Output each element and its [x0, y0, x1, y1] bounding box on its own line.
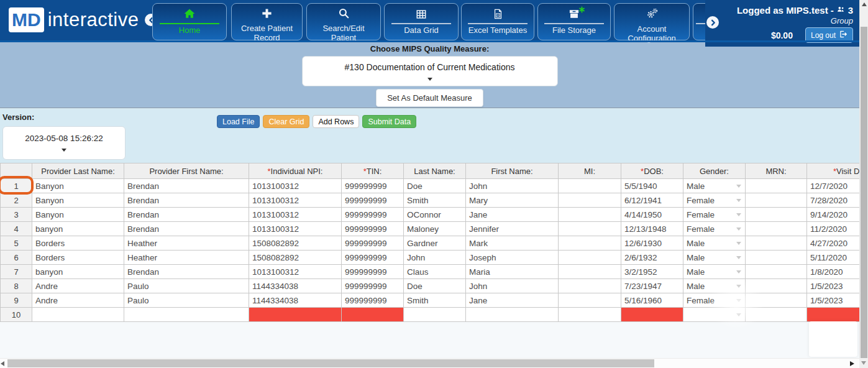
cell-npi[interactable]: 1013100312: [249, 222, 342, 236]
cell-provider_last[interactable]: Borders: [32, 236, 124, 251]
add-rows-button[interactable]: Add Rows: [313, 115, 359, 128]
measure-dropdown[interactable]: #130 Documentation of Current Medication…: [302, 56, 558, 86]
cell-gender[interactable]: Male: [683, 279, 746, 293]
cell-provider_last[interactable]: Andre: [32, 293, 124, 308]
cell-gender[interactable]: Male: [683, 236, 746, 251]
cell-provider_last[interactable]: banyon: [32, 222, 124, 236]
cell-mrn[interactable]: [746, 236, 807, 251]
cell-npi[interactable]: 1144334038: [249, 293, 342, 308]
cell-dropdown-caret-icon[interactable]: [736, 270, 741, 274]
cell-dropdown-caret-icon[interactable]: [736, 256, 741, 259]
cell-provider_first[interactable]: Paulo: [124, 279, 249, 293]
cell-provider_first[interactable]: Paulo: [124, 293, 249, 308]
cell-provider_first[interactable]: Brendan: [124, 222, 249, 236]
cell-last[interactable]: Claus: [404, 265, 466, 279]
cell-visit[interactable]: 7/28/2020: [807, 193, 860, 208]
cell-visit[interactable]: 4/27/2020: [807, 236, 860, 251]
cell-tin[interactable]: 999999999: [342, 179, 404, 193]
vertical-scrollbar[interactable]: [859, 0, 868, 358]
cell-provider_last[interactable]: Banyon: [32, 193, 124, 208]
cell-mrn[interactable]: [746, 251, 807, 265]
horizontal-scrollbar-thumb[interactable]: [7, 359, 654, 367]
cell-dropdown-caret-icon[interactable]: [736, 199, 741, 202]
nav-item-data-grid[interactable]: Data Grid: [384, 3, 459, 40]
row-number-cell[interactable]: 3: [1, 208, 32, 222]
cell-provider_last[interactable]: banyon: [32, 265, 124, 279]
cell-gender[interactable]: Male: [683, 265, 746, 279]
cell-provider_last[interactable]: Borders: [32, 251, 124, 265]
cell-npi[interactable]: 1013100312: [249, 208, 342, 222]
cell-mi[interactable]: [559, 208, 621, 222]
cell-gender[interactable]: Female: [683, 208, 746, 222]
cell-mi[interactable]: [559, 193, 621, 208]
cell-mi[interactable]: [559, 251, 621, 265]
cell-dob[interactable]: 5/16/1960: [621, 293, 683, 308]
cell-tin[interactable]: 999999999: [342, 236, 404, 251]
cell-tin[interactable]: 999999999: [342, 279, 404, 293]
scroll-up-arrow-icon[interactable]: [860, 0, 868, 9]
scroll-left-arrow-icon[interactable]: [1, 361, 4, 366]
cell-provider_first[interactable]: Brendan: [124, 179, 249, 193]
cell-mi[interactable]: [559, 293, 621, 308]
cell-npi[interactable]: 1508082892: [249, 251, 342, 265]
cell-gender[interactable]: Female: [683, 222, 746, 236]
nav-item-home[interactable]: Home: [152, 3, 227, 40]
cell-mrn[interactable]: [746, 308, 807, 322]
nav-item-file-storage[interactable]: File Storage: [537, 3, 611, 40]
cell-dropdown-caret-icon[interactable]: [736, 228, 741, 231]
cell-first[interactable]: Joseph: [466, 251, 559, 265]
cell-dropdown-caret-icon[interactable]: [736, 242, 741, 245]
cell-first[interactable]: Maria: [466, 265, 559, 279]
cell-npi[interactable]: 1144334038: [249, 279, 342, 293]
cell-visit[interactable]: 1/5/2023: [807, 293, 860, 308]
cell-provider_last[interactable]: Andre: [32, 279, 124, 293]
cell-mrn[interactable]: [746, 193, 807, 208]
cell-last[interactable]: Smith: [404, 293, 466, 308]
cell-mi[interactable]: [559, 236, 621, 251]
cell-provider_first[interactable]: Brendan: [124, 265, 249, 279]
cell-dob[interactable]: 12/6/1930: [621, 236, 683, 251]
cell-mi[interactable]: [559, 308, 621, 322]
cell-visit[interactable]: 9/14/2020: [807, 208, 860, 222]
cell-dob[interactable]: 4/14/1950: [621, 208, 683, 222]
cell-provider_first[interactable]: Heather: [124, 251, 249, 265]
cell-provider_first[interactable]: Brendan: [124, 208, 249, 222]
cell-dob[interactable]: 3/2/1952: [621, 265, 683, 279]
cell-first[interactable]: Mary: [466, 193, 559, 208]
cell-visit[interactable]: 1/5/2023: [807, 279, 860, 293]
cell-last[interactable]: OConnor: [404, 208, 466, 222]
scroll-down-arrow-icon[interactable]: [859, 358, 868, 368]
cell-mi[interactable]: [559, 222, 621, 236]
cell-first[interactable]: Jane: [466, 208, 559, 222]
cell-gender[interactable]: Male: [683, 179, 746, 193]
set-default-measure-button[interactable]: Set As Default Measure: [376, 89, 483, 107]
cell-npi[interactable]: 1013100312: [249, 265, 342, 279]
cell-visit[interactable]: 5/11/2020: [807, 251, 860, 265]
cell-mrn[interactable]: [746, 265, 807, 279]
cell-last[interactable]: Smith: [404, 193, 466, 208]
cell-last[interactable]: [404, 308, 466, 322]
cell-dropdown-caret-icon[interactable]: [736, 299, 741, 302]
cell-mi[interactable]: [559, 179, 621, 193]
cell-first[interactable]: Mark: [466, 236, 559, 251]
row-number-cell[interactable]: 5: [1, 236, 32, 251]
row-number-cell[interactable]: 4: [1, 222, 32, 236]
cell-gender[interactable]: Female: [683, 193, 746, 208]
cell-first[interactable]: Jane: [466, 293, 559, 308]
scroll-right-arrow-icon[interactable]: [850, 361, 854, 366]
cell-mi[interactable]: [559, 265, 621, 279]
nav-item-account-configuration[interactable]: Account Configuration: [614, 3, 690, 40]
cell-tin[interactable]: 999999999: [342, 208, 404, 222]
nav-item-excel-templates[interactable]: x Excel Templates: [461, 3, 534, 40]
row-number-cell[interactable]: 9: [1, 293, 32, 308]
horizontal-scrollbar[interactable]: [0, 358, 859, 368]
cell-first[interactable]: John: [466, 279, 559, 293]
row-number-cell[interactable]: 7: [1, 265, 32, 279]
row-number-cell[interactable]: 2: [1, 193, 32, 208]
cell-first[interactable]: Jennifer: [466, 222, 559, 236]
cell-provider_last[interactable]: Banyon: [32, 179, 124, 193]
cell-gender[interactable]: Female: [683, 293, 746, 308]
cell-mrn[interactable]: [746, 279, 807, 293]
cell-first[interactable]: [466, 308, 559, 322]
cell-provider_last[interactable]: Banyon: [32, 208, 124, 222]
